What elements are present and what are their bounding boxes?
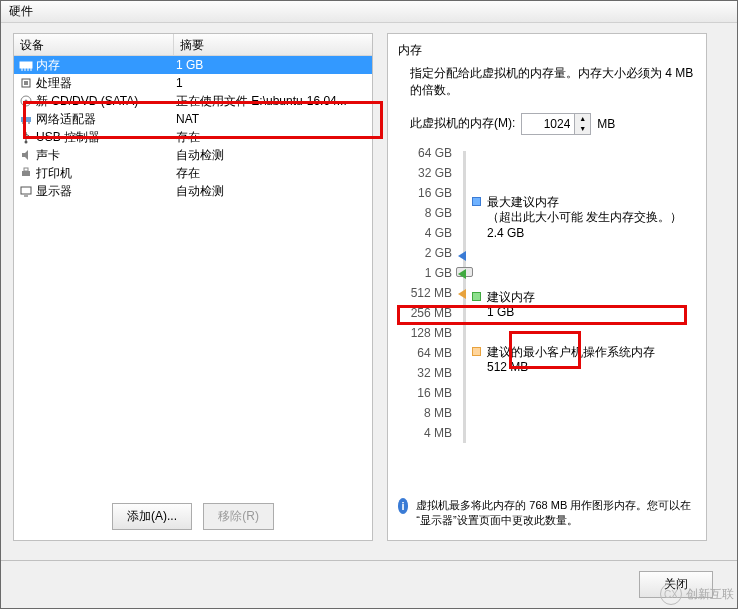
device-row-printer[interactable]: 打印机 存在 [14, 164, 372, 182]
usb-icon [16, 130, 36, 144]
min-tri-icon [458, 289, 466, 299]
section-desc: 指定分配给此虚拟机的内存量。内存大小必须为 4 MB 的倍数。 [410, 65, 696, 99]
tick-label: 8 MB [410, 407, 458, 427]
min-val: 512 MB [487, 360, 655, 376]
display-icon [16, 184, 36, 198]
device-row-usb[interactable]: USB 控制器 存在 [14, 128, 372, 146]
tick-label: 16 GB [410, 187, 458, 207]
tick-label: 256 MB [410, 307, 458, 327]
min-marker-icon [472, 347, 481, 356]
device-summary: 自动检测 [176, 147, 370, 164]
min-label: 建议的最小客户机操作系统内存 [487, 345, 655, 361]
device-name: 新 CD/DVD (SATA) [36, 93, 176, 110]
device-summary: NAT [176, 112, 370, 126]
tick-label: 64 MB [410, 347, 458, 367]
network-icon [16, 112, 36, 126]
device-summary: 正在使用文件 E:\ubuntu-16.04... [176, 93, 370, 110]
svg-rect-6 [24, 81, 28, 85]
max-marker-icon [472, 197, 481, 206]
tick-label: 8 GB [410, 207, 458, 227]
tick-label: 32 MB [410, 367, 458, 387]
rec-val: 1 GB [487, 305, 535, 321]
section-title: 内存 [398, 42, 696, 59]
svg-point-8 [25, 100, 28, 103]
info-icon: i [398, 498, 408, 514]
device-row-display[interactable]: 显示器 自动检测 [14, 182, 372, 200]
info-note: i 虚拟机最多将此内存的 768 MB 用作图形内存。您可以在“显示器”设置页面… [398, 498, 696, 528]
device-row-disc[interactable]: 新 CD/DVD (SATA) 正在使用文件 E:\ubuntu-16.04..… [14, 92, 372, 110]
svg-point-12 [25, 141, 28, 144]
rec-tri-icon [458, 269, 466, 279]
max-label: 最大建议内存 [487, 195, 682, 211]
rec-marker-icon [472, 292, 481, 301]
tick-label: 2 GB [410, 247, 458, 267]
device-name: 内存 [36, 57, 176, 74]
tick-label: 64 GB [410, 147, 458, 167]
list-header: 设备 摘要 [14, 34, 372, 56]
device-row-network[interactable]: 网络适配器 NAT [14, 110, 372, 128]
memory-scale: 64 GB32 GB16 GB8 GB4 GB2 GB1 GB512 MB256… [410, 147, 696, 447]
max-sub: （超出此大小可能 发生内存交换。） [487, 210, 682, 226]
device-summary: 1 GB [176, 58, 370, 72]
rec-label: 建议内存 [487, 290, 535, 306]
tick-label: 4 GB [410, 227, 458, 247]
window-title: 硬件 [9, 4, 33, 18]
memory-input[interactable] [522, 115, 574, 133]
col-header-summary[interactable]: 摘要 [174, 34, 372, 55]
spin-down-icon[interactable]: ▼ [575, 124, 590, 134]
memory-label: 此虚拟机的内存(M): [410, 115, 515, 132]
tick-label: 4 MB [410, 427, 458, 447]
tick-label: 512 MB [410, 287, 458, 307]
disc-icon [16, 94, 36, 108]
device-summary: 存在 [176, 165, 370, 182]
memory-spinner[interactable]: ▲ ▼ [521, 113, 591, 135]
device-name: USB 控制器 [36, 129, 176, 146]
remove-button: 移除(R) [203, 503, 274, 530]
add-button[interactable]: 添加(A)... [112, 503, 192, 530]
bottom-bar: 关闭 [1, 560, 737, 608]
svg-rect-13 [22, 171, 30, 176]
tick-label: 1 GB [410, 267, 458, 287]
device-name: 网络适配器 [36, 111, 176, 128]
spin-up-icon[interactable]: ▲ [575, 114, 590, 124]
device-name: 处理器 [36, 75, 176, 92]
settings-panel: 内存 指定分配给此虚拟机的内存量。内存大小必须为 4 MB 的倍数。 此虚拟机的… [387, 33, 707, 541]
svg-rect-9 [21, 117, 31, 122]
device-name: 显示器 [36, 183, 176, 200]
col-header-device[interactable]: 设备 [14, 34, 174, 55]
titlebar: 硬件 [1, 1, 737, 23]
max-tri-icon [458, 251, 466, 261]
device-row-cpu[interactable]: 处理器 1 [14, 74, 372, 92]
device-list-panel: 设备 摘要 内存 1 GB 处理器 1 新 CD/DVD (SATA) 正在使用… [13, 33, 373, 541]
svg-rect-15 [21, 187, 31, 194]
svg-rect-14 [24, 168, 28, 171]
tick-label: 32 GB [410, 167, 458, 187]
device-row-memory[interactable]: 内存 1 GB [14, 56, 372, 74]
tick-label: 16 MB [410, 387, 458, 407]
device-name: 声卡 [36, 147, 176, 164]
info-text: 虚拟机最多将此内存的 768 MB 用作图形内存。您可以在“显示器”设置页面中更… [416, 498, 696, 528]
device-rows: 内存 1 GB 处理器 1 新 CD/DVD (SATA) 正在使用文件 E:\… [14, 56, 372, 493]
device-name: 打印机 [36, 165, 176, 182]
device-summary: 自动检测 [176, 183, 370, 200]
svg-rect-0 [20, 62, 32, 68]
max-val: 2.4 GB [487, 226, 682, 242]
printer-icon [16, 166, 36, 180]
close-button[interactable]: 关闭 [639, 571, 713, 598]
device-summary: 存在 [176, 129, 370, 146]
device-row-sound[interactable]: 声卡 自动检测 [14, 146, 372, 164]
list-buttons: 添加(A)... 移除(R) [14, 493, 372, 540]
memory-icon [16, 58, 36, 72]
tick-label: 128 MB [410, 327, 458, 347]
memory-unit: MB [597, 117, 615, 131]
sound-icon [16, 148, 36, 162]
cpu-icon [16, 76, 36, 90]
device-summary: 1 [176, 76, 370, 90]
